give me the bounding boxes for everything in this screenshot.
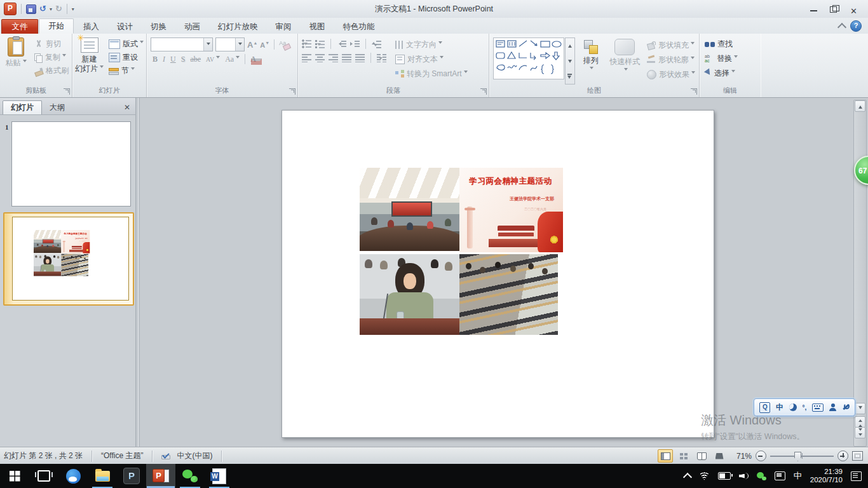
restore-button[interactable] — [830, 5, 839, 13]
volume-icon[interactable] — [739, 472, 749, 480]
grow-font-button[interactable]: A▲ — [247, 40, 257, 50]
task-view-button[interactable] — [29, 464, 58, 488]
spell-check-icon[interactable] — [160, 452, 170, 461]
align-text-button[interactable]: 对齐文本 — [393, 53, 470, 65]
slide-sorter-view-button[interactable] — [677, 450, 691, 462]
ime-toolbar[interactable]: 中 °, — [754, 398, 855, 416]
ime-user-icon[interactable] — [829, 403, 836, 411]
scroll-down-icon[interactable] — [855, 403, 865, 414]
copy-button[interactable]: 复制 — [32, 51, 71, 64]
replace-button[interactable]: 替换 — [702, 52, 740, 65]
clock[interactable]: 21:39 2020/7/10 — [810, 468, 843, 484]
clipboard-dialog-launcher-icon[interactable] — [64, 88, 70, 95]
photo-conference-room[interactable] — [360, 168, 459, 251]
save-icon[interactable] — [26, 4, 36, 14]
slide-picture-group[interactable]: 学习两会精神主题活动 王健法学院学术一支部 二〇二〇年六月 — [360, 168, 563, 335]
undo-icon[interactable] — [39, 4, 46, 14]
tab-slideshow[interactable]: 幻灯片放映 — [209, 20, 267, 34]
ime-logo-icon[interactable] — [759, 402, 770, 413]
redo-icon[interactable] — [55, 4, 62, 14]
chevron-down-icon[interactable] — [235, 38, 244, 51]
taskbar-powerpoint[interactable] — [146, 464, 175, 488]
align-left-icon[interactable] — [302, 54, 311, 62]
new-slide-button[interactable]: 新建 幻灯片 — [72, 36, 106, 85]
decrease-indent-icon[interactable] — [337, 40, 346, 48]
tab-file[interactable]: 文件 — [1, 19, 38, 34]
font-color-button[interactable]: A — [248, 55, 258, 64]
slide-editor[interactable]: 学习两会精神主题活动 王健法学院学术一支部 二〇二〇年六月 — [281, 110, 714, 438]
ime-fullwidth-icon[interactable] — [789, 403, 797, 411]
tab-special-features[interactable]: 特色功能 — [334, 20, 384, 34]
reset-button[interactable]: 重设 — [106, 51, 146, 64]
bold-button[interactable]: B — [151, 55, 159, 64]
vertical-scrollbar[interactable] — [853, 100, 867, 447]
shape-effects-button[interactable]: 形状效果 — [644, 68, 698, 81]
line-spacing-icon[interactable] — [372, 40, 381, 48]
shrink-font-button[interactable]: A▼ — [260, 41, 269, 49]
font-size-select[interactable] — [215, 37, 245, 51]
taskbar-wechat[interactable] — [175, 464, 205, 488]
tab-view[interactable]: 视图 — [301, 20, 334, 34]
section-button[interactable]: 节 — [106, 64, 146, 78]
text-shadow-button[interactable]: S — [179, 55, 187, 64]
zoom-slider[interactable] — [770, 451, 834, 461]
chevron-down-icon[interactable] — [203, 38, 212, 51]
paste-button[interactable]: 粘贴 — [0, 36, 32, 85]
normal-view-button[interactable] — [658, 449, 673, 463]
shapes-gallery[interactable] — [493, 37, 564, 79]
align-center-icon[interactable] — [315, 54, 325, 62]
undo-dropdown-icon[interactable]: ▾ — [50, 6, 52, 12]
ime-punctuation-icon[interactable]: °, — [803, 404, 807, 411]
gallery-down-icon[interactable] — [568, 60, 572, 65]
gallery-up-icon[interactable] — [568, 43, 572, 48]
minimize-ribbon-icon[interactable] — [837, 23, 846, 32]
character-spacing-button[interactable]: AV — [204, 56, 222, 63]
battery-icon[interactable] — [718, 472, 731, 480]
align-right-icon[interactable] — [329, 54, 338, 62]
numbering-icon[interactable] — [315, 40, 325, 48]
fit-to-window-icon[interactable] — [852, 451, 863, 461]
tab-slides[interactable]: 幻灯片 — [3, 100, 42, 114]
tab-insert[interactable]: 插入 — [74, 20, 108, 34]
justify-icon[interactable] — [342, 54, 351, 62]
quick-styles-button[interactable]: 快速样式 — [607, 36, 643, 85]
photo-event-poster[interactable]: 学习两会精神主题活动 王健法学院学术一支部 二〇二〇年六月 — [459, 168, 563, 252]
tray-expand-icon[interactable] — [683, 472, 692, 481]
slideshow-view-button[interactable] — [712, 450, 726, 462]
theme-name[interactable]: “Office 主题” — [97, 451, 147, 461]
find-button[interactable]: 查找 — [702, 37, 740, 51]
font-dialog-launcher-icon[interactable] — [289, 88, 295, 95]
columns-icon[interactable] — [377, 54, 386, 62]
paragraph-dialog-launcher-icon[interactable] — [480, 88, 487, 95]
photo-classroom[interactable] — [459, 254, 558, 335]
arrange-button[interactable]: 排列 — [575, 36, 607, 85]
tab-home[interactable]: 开始 — [39, 18, 74, 34]
clear-formatting-icon[interactable] — [279, 40, 290, 50]
increase-indent-icon[interactable] — [350, 40, 360, 48]
ime-keyboard-icon[interactable] — [812, 403, 824, 412]
layout-button[interactable]: 版式 — [106, 37, 146, 51]
tab-outline[interactable]: 大纲 — [42, 101, 72, 114]
shape-fill-button[interactable]: 形状填充 — [644, 39, 698, 51]
close-pane-icon[interactable] — [124, 103, 130, 112]
powerpoint-app-icon[interactable] — [4, 3, 17, 15]
taskbar-file-explorer[interactable] — [88, 464, 117, 488]
reading-view-button[interactable] — [695, 450, 709, 462]
zoom-out-icon[interactable] — [756, 451, 766, 461]
start-button[interactable] — [0, 464, 29, 488]
strikethrough-button[interactable]: abe — [188, 55, 203, 64]
zoom-in-icon[interactable] — [837, 451, 848, 461]
action-center-icon[interactable] — [851, 471, 862, 481]
taskbar-browser[interactable] — [58, 464, 88, 488]
underline-button[interactable]: U — [168, 55, 178, 64]
taskbar-word[interactable] — [205, 464, 234, 488]
zoom-slider-thumb[interactable] — [794, 452, 801, 461]
input-method-indicator[interactable]: 中 — [794, 470, 802, 482]
zoom-level[interactable]: 71% — [730, 452, 752, 461]
wechat-tray-icon[interactable] — [757, 472, 766, 480]
tab-review[interactable]: 审阅 — [267, 20, 301, 34]
tab-animations[interactable]: 动画 — [175, 20, 209, 34]
minimize-button[interactable] — [810, 5, 818, 13]
close-button[interactable] — [850, 5, 859, 13]
help-icon[interactable] — [850, 20, 862, 32]
